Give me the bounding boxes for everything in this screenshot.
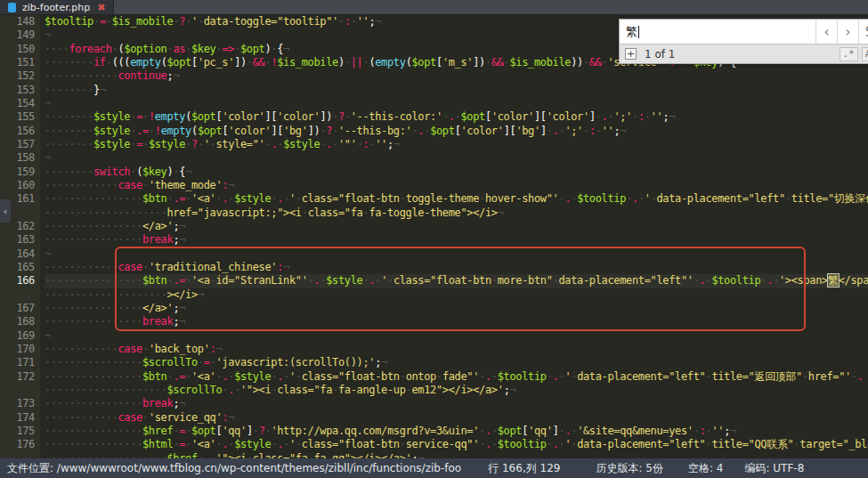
wrap-gutter [0,288,35,302]
search-query-text: 繁 [626,24,637,40]
code-line: ················$btn·.=·'<a'·.·$style·.·… [45,192,868,206]
search-panel: 繁 ‹ › S + 1 of 1 .* Aa [619,19,868,64]
line-number: 173 [0,397,35,410]
search-counter: 1 of 1 [645,48,675,61]
line-number: 155 [0,110,35,124]
line-number: 169 [0,329,35,343]
chevron-left-icon: ‹ [4,207,7,216]
line-number: 172 [0,370,35,384]
line-number: 151 [0,56,35,69]
line-number: 165 [0,261,35,274]
code-editor-window: zib-footer.php ✖ 14814915015115215315415… [0,0,868,478]
tab-zib-footer[interactable]: zib-footer.php ✖ [0,0,114,14]
code-rows: $tooltip·=·$is_mobile·?·'·data-toggle="t… [40,15,868,458]
line-number: 168 [0,315,35,328]
tab-bar: zib-footer.php ✖ [0,0,868,15]
code-line: ¬ [45,97,868,110]
code-line: ················break;¬ [45,397,868,410]
code-line: ················$btn·.=·'<a'·.·$style·.·… [45,370,868,384]
line-number: 153 [0,84,35,97]
tab-title: zib-footer.php [22,2,90,13]
code-line: ················break;¬ [45,315,868,328]
code-line: ········switch·($key)·{¬ [45,166,868,179]
toggle-replace-button[interactable]: + [625,48,637,60]
code-line: ················</a>';¬ [45,302,868,315]
line-number: 164 [0,247,35,261]
tab-close-icon[interactable]: ✖ [97,3,105,12]
find-prev-button[interactable]: ‹ [815,20,837,44]
code-line: ¬ [45,329,868,343]
line-number: 148 [0,15,35,28]
search-options-row: + 1 of 1 .* Aa [620,44,868,63]
line-number: 174 [0,411,35,425]
line-number: 160 [0,179,35,192]
code-line: ¬ [45,247,868,261]
code-line: ¬ [45,151,868,165]
search-row: 繁 ‹ › S [620,20,868,44]
search-in-selection-button[interactable]: S [858,20,868,44]
case-sensitive-toggle-button[interactable]: Aa [862,47,868,61]
line-number: 175 [0,425,35,438]
line-number: 154 [0,97,35,110]
wrap-gutter [0,384,35,397]
code-line: ················$html·=·'<a'·.·$style·.·… [45,438,868,451]
line-number: 170 [0,343,35,356]
cursor-position: 行 166,列 129 [488,461,560,476]
search-option-toggles: .* Aa [840,47,868,61]
history-versions[interactable]: 历史版本: 5份 [596,461,663,476]
code-line: ················break;¬ [45,233,868,247]
code-line: ············case·'service_qq':¬ [45,411,868,425]
line-number: 158 [0,151,35,165]
line-number: 163 [0,233,35,247]
code-line: ············continue;¬ [45,69,868,83]
code-line: ············case·'traditional_chinese':¬ [45,261,868,274]
line-number: 159 [0,166,35,179]
file-encoding[interactable]: 编码: UTF-8 [744,461,804,476]
text-caret [638,26,639,38]
status-bar: 文件位置: /www/wwwroot/www.tfblog.cn/wp-cont… [0,458,868,478]
line-number: 167 [0,302,35,315]
regex-toggle-button[interactable]: .* [840,47,858,61]
line-number: 156 [0,125,35,138]
code-line: ············case·'back_top':¬ [45,343,868,356]
code-line: ················$btn·.=·'<a·id="StranLin… [45,274,868,288]
file-location-path: /www/wwwroot/www.tfblog.cn/wp-content/th… [53,462,461,474]
find-next-button[interactable]: › [837,20,858,44]
code-line: ········$style·=·!empty($opt['color']['c… [45,110,868,124]
line-number: 176 [0,438,35,451]
code-line: ····················href="javascript:;">… [45,207,868,220]
code-line: ········$style·.=·!empty($opt['color']['… [45,125,868,138]
file-location-label: 文件位置: [7,462,53,474]
line-number: 157 [0,138,35,151]
indent-spaces[interactable]: 空格: 4 [688,461,724,476]
line-number: 171 [0,356,35,369]
code-line: ················$scrollTo·=·'javascript:… [45,356,868,369]
search-input[interactable]: 繁 [620,20,815,44]
code-line: ············case·'theme_mode':¬ [45,179,868,192]
code-line: ········}¬ [45,84,868,97]
code-line: ····················></i>¬ [45,288,868,302]
code-line: ················$href·=·$opt['qq']·?·'ht… [45,425,868,438]
line-number: 152 [0,69,35,83]
sidebar-collapse-handle[interactable]: ‹ [0,199,11,223]
editor[interactable]: 1481491501511521531541551561571581591601… [0,15,868,458]
code-line: ········$style·=·$style·?·'·style="'·.·$… [45,138,868,151]
code-line: ················</a>';¬ [45,220,868,233]
code-line: ····················$href·.·'"><i·class=… [45,452,868,459]
code-line: ····················$scrollTo·.·'"><i·cl… [45,384,868,397]
file-location: 文件位置: /www/wwwroot/www.tfblog.cn/wp-cont… [7,461,461,476]
line-number: 149 [0,28,35,42]
php-file-icon [8,3,16,12]
wrap-gutter [0,452,35,459]
gutter: 1481491501511521531541551561571581591601… [0,15,40,458]
line-number: 166 [0,274,35,288]
line-number: 150 [0,43,35,56]
